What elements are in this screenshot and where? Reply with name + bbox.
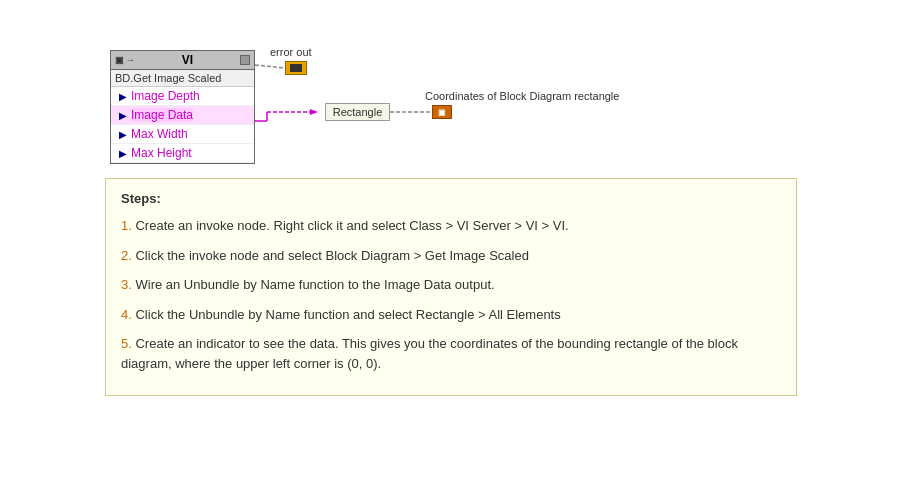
vi-corner-box — [240, 55, 250, 65]
step-1-num: 1. — [121, 218, 132, 233]
arrow-icon-4: ▶ — [119, 148, 127, 159]
svg-marker-4 — [310, 109, 318, 115]
steps-panel: Steps: 1. Create an invoke node. Right c… — [105, 178, 797, 396]
steps-title: Steps: — [121, 191, 781, 206]
step-2-num: 2. — [121, 248, 132, 263]
step-4: 4. Click the Unbundle by Name function a… — [121, 305, 781, 325]
vi-row-max-height: ▶ Max Height — [111, 144, 254, 163]
coords-label: Coordinates of Block Diagram rectangle — [425, 90, 619, 102]
error-terminal — [285, 61, 307, 75]
vi-icon-1: ▣ — [115, 55, 124, 65]
step-1-text: Create an invoke node. Right click it an… — [135, 218, 568, 233]
vi-row-image-depth: ▶ Image Depth — [111, 87, 254, 106]
step-4-num: 4. — [121, 307, 132, 322]
error-out-label: error out — [270, 46, 312, 58]
output-terminal-text: ▣ — [438, 108, 446, 117]
vi-block: ▣ → VI BD.Get Image Scaled ▶ Image Depth… — [110, 50, 255, 164]
vi-row-max-width: ▶ Max Width — [111, 125, 254, 144]
step-3-num: 3. — [121, 277, 132, 292]
svg-line-0 — [255, 65, 285, 68]
vi-header: ▣ → VI — [111, 51, 254, 70]
arrow-icon-1: ▶ — [119, 91, 127, 102]
step-2-text: Click the invoke node and select Block D… — [135, 248, 528, 263]
vi-row-image-data-text: Image Data — [131, 108, 193, 122]
arrow-icon-2: ▶ — [119, 110, 127, 121]
step-5: 5. Create an indicator to see the data. … — [121, 334, 781, 373]
arrow-icon-3: ▶ — [119, 129, 127, 140]
step-5-text: Create an indicator to see the data. Thi… — [121, 336, 738, 371]
vi-row-image-data: ▶ Image Data — [111, 106, 254, 125]
step-5-num: 5. — [121, 336, 132, 351]
vi-row-max-height-text: Max Height — [131, 146, 192, 160]
vi-subheader: BD.Get Image Scaled — [111, 70, 254, 87]
vi-title: VI — [135, 53, 240, 67]
error-terminal-inner — [290, 64, 302, 72]
step-4-text: Click the Unbundle by Name function and … — [135, 307, 560, 322]
vi-icon-2: → — [126, 55, 135, 65]
step-2: 2. Click the invoke node and select Bloc… — [121, 246, 781, 266]
step-3: 3. Wire an Unbundle by Name function to … — [121, 275, 781, 295]
output-terminal: ▣ — [432, 105, 452, 119]
step-3-text: Wire an Unbundle by Name function to the… — [135, 277, 494, 292]
rectangle-node: Rectangle — [325, 103, 390, 121]
vi-row-max-width-text: Max Width — [131, 127, 188, 141]
step-1: 1. Create an invoke node. Right click it… — [121, 216, 781, 236]
vi-header-icons: ▣ → — [115, 55, 135, 65]
vi-row-image-depth-text: Image Depth — [131, 89, 200, 103]
diagram-area: error out ▣ → VI BD.Get Image Scaled ▶ I… — [0, 0, 905, 175]
